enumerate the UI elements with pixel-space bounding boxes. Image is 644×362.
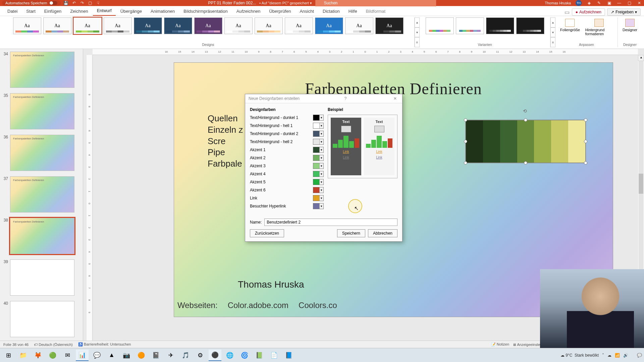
maximize-icon[interactable]: ▢ <box>627 0 632 6</box>
tray-chevron-icon[interactable]: ˄ <box>602 353 604 358</box>
theme-thumb[interactable]: Aa <box>194 17 222 34</box>
color-picker-button[interactable]: ▾ <box>313 155 324 161</box>
reset-button[interactable]: Zurücksetzen <box>250 229 284 237</box>
tab-zeichnen[interactable]: Zeichnen <box>66 7 92 16</box>
explorer-icon[interactable]: 📁 <box>17 350 30 361</box>
variant-thumb[interactable] <box>456 17 484 34</box>
search-input[interactable] <box>315 0 436 6</box>
tab-datei[interactable]: Datei <box>3 7 21 16</box>
theme-thumb[interactable]: Aa <box>73 17 102 34</box>
autosave-toggle[interactable]: Automatisches Speichern <box>2 0 61 6</box>
toggle-off-icon[interactable] <box>49 1 57 5</box>
theme-gallery[interactable]: AaAaAaAaAaAaAaAaAaAaAaAaAa <box>13 17 404 34</box>
slide-thumbnail[interactable]: Farbenpaletten Definieren <box>10 93 74 129</box>
save-button[interactable]: Speichern <box>337 229 365 237</box>
rotate-handle-icon[interactable]: ⟲ <box>523 108 527 114</box>
accessibility-status[interactable]: ♿ Barrierefreiheit: Untersuchen <box>78 342 131 347</box>
powerpoint-icon[interactable]: 📊 <box>76 350 89 361</box>
variant-thumb[interactable] <box>426 17 454 34</box>
tab-start[interactable]: Start <box>22 7 39 16</box>
app-icon[interactable]: 📄 <box>268 350 280 361</box>
theme-thumb[interactable]: Aa <box>285 17 313 34</box>
notifications-icon[interactable]: 💬 <box>637 353 642 358</box>
tab-bildformat[interactable]: Bildformat <box>362 7 390 16</box>
firefox-icon[interactable]: 🦊 <box>32 350 44 361</box>
chrome-icon[interactable]: 🟢 <box>46 350 59 361</box>
theme-thumb[interactable]: Aa <box>224 17 253 34</box>
diamond-icon[interactable]: ◈ <box>586 0 592 6</box>
theme-thumb[interactable]: Aa <box>164 17 192 34</box>
slide-thumbnail[interactable]: Farbenpaletten Definieren <box>10 135 74 171</box>
undo-icon[interactable]: ↶ <box>71 0 77 6</box>
slide-thumbnail[interactable]: Farbenpaletten Definieren <box>10 52 74 88</box>
wifi-icon[interactable]: 📶 <box>615 353 620 358</box>
theme-thumb[interactable]: Aa <box>104 17 132 34</box>
color-picker-button[interactable]: ▾ <box>313 179 324 185</box>
variant-thumb[interactable] <box>486 17 514 34</box>
variant-gallery[interactable] <box>426 17 544 34</box>
drawing-icon[interactable]: ✎ <box>596 0 602 6</box>
theme-thumb[interactable]: Aa <box>315 17 343 34</box>
variant-thumb[interactable] <box>516 17 544 34</box>
color-picker-button[interactable]: ▾ <box>313 203 324 209</box>
notes-button[interactable]: 📝 Notizen <box>491 342 509 347</box>
variant-gallery-nav[interactable]: ▴▾≡ <box>550 17 555 47</box>
color-picker-button[interactable]: ▾ <box>313 171 324 177</box>
theme-thumb[interactable]: Aa <box>345 17 373 34</box>
avatar[interactable]: TH <box>576 0 582 6</box>
theme-gallery-nav[interactable]: ▴▾≡ <box>415 17 420 47</box>
redo-icon[interactable]: ↷ <box>79 0 85 6</box>
app-icon[interactable]: 📷 <box>120 350 133 361</box>
minimize-icon[interactable]: — <box>616 0 622 6</box>
vlc-icon[interactable]: ▲ <box>105 350 118 361</box>
theme-thumb[interactable]: Aa <box>134 17 162 34</box>
theme-thumb[interactable]: Aa <box>375 17 404 34</box>
theme-thumb[interactable]: Aa <box>43 17 71 34</box>
onedrive-icon[interactable]: ☁ <box>607 353 611 358</box>
start-button[interactable]: ⊞ <box>2 350 15 361</box>
slide-thumbnail[interactable] <box>10 259 74 296</box>
app-icon[interactable]: 🌐 <box>223 350 236 361</box>
slide-author[interactable]: Thomas Hruska <box>238 279 304 290</box>
share-button[interactable]: ↗ Freigeben ▾ <box>607 8 641 16</box>
outlook-icon[interactable]: ✉ <box>61 350 74 361</box>
weather-widget[interactable]: ☁ 9°C Stark bewölkt <box>560 353 599 358</box>
theme-thumb[interactable]: Aa <box>13 17 41 34</box>
tab-aufzeichnen[interactable]: Aufzeichnen <box>232 7 265 16</box>
user-name[interactable]: Thomas Hruska <box>545 1 571 5</box>
color-picker-button[interactable]: ▾ <box>313 123 324 129</box>
telegram-icon[interactable]: ✈ <box>164 350 177 361</box>
dialog-titlebar[interactable]: Neue Designfarben erstellen ? ✕ <box>245 94 402 103</box>
dialog-close-icon[interactable]: ✕ <box>391 96 399 101</box>
slide-thumbnail[interactable] <box>10 301 74 337</box>
help-icon[interactable]: ? <box>342 96 350 101</box>
slide-thumbnail-panel[interactable]: 34Farbenpaletten Definieren35Farbenpalet… <box>0 49 83 352</box>
format-background-button[interactable]: Hintergrund formatieren <box>583 17 615 37</box>
record-button[interactable]: ● Aufzeichnen <box>572 8 605 16</box>
volume-icon[interactable]: 🔊 <box>623 353 628 358</box>
color-picker-button[interactable]: ▾ <box>313 115 324 121</box>
save-icon[interactable]: 💾 <box>63 0 69 6</box>
window-icon[interactable]: ▣ <box>606 0 612 6</box>
color-picker-button[interactable]: ▾ <box>313 187 324 193</box>
color-picker-button[interactable]: ▾ <box>313 163 324 169</box>
tab-hilfe[interactable]: Hilfe <box>344 7 361 16</box>
from-start-icon[interactable]: ▢ <box>88 0 93 6</box>
theme-thumb[interactable]: Aa <box>255 17 283 34</box>
touch-icon[interactable]: ☟ <box>96 0 101 6</box>
app-icon[interactable]: 🟠 <box>135 350 148 361</box>
slide-body-text[interactable]: QuellenEinzeln zScrePipeFarbpale <box>208 113 243 170</box>
onenote-icon[interactable]: 📓 <box>150 350 162 361</box>
document-title[interactable]: PPT 01 Roter Faden 002... <box>208 1 256 5</box>
slide-size-button[interactable]: Foliengröße <box>557 17 583 37</box>
color-picker-button[interactable]: ▾ <box>313 131 324 137</box>
slide-websites[interactable]: Webseiten: Color.adobe.com Coolors.co <box>174 301 337 310</box>
color-picker-button[interactable]: ▾ <box>313 147 324 153</box>
cancel-button[interactable]: Abbrechen <box>368 229 397 237</box>
slide-thumbnail[interactable]: Farbenpaletten Definieren <box>10 176 74 213</box>
theme-name-input[interactable] <box>264 219 397 226</box>
tab-praesentation[interactable]: Bildschirmpräsentation <box>179 7 232 16</box>
close-icon[interactable]: ✕ <box>637 0 642 6</box>
language-status[interactable]: 🏷 Deutsch (Österreich) <box>34 343 73 347</box>
tab-animationen[interactable]: Animationen <box>147 7 179 16</box>
